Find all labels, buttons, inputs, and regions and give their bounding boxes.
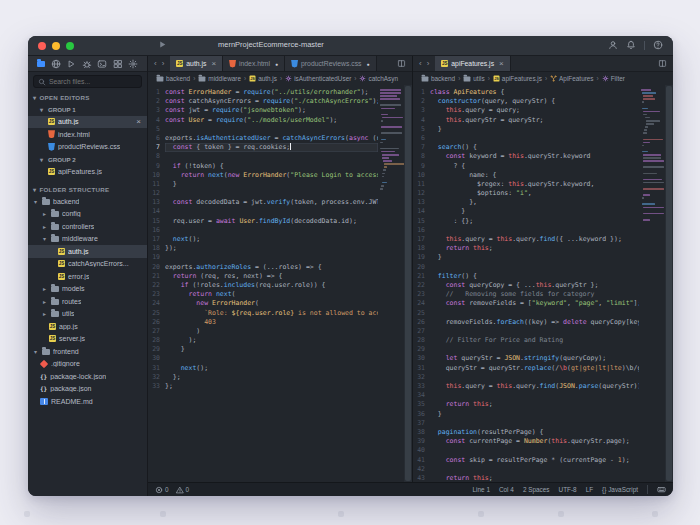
tab-auth-js[interactable]: JSauth.js × xyxy=(170,56,223,71)
code-line: 38 pagination(resultPerPage) { xyxy=(413,428,639,437)
open-editor-item-productreviews-css[interactable]: productReviews.css xyxy=(28,141,147,154)
tree-item-gitignore[interactable]: .gitignore xyxy=(28,358,147,371)
line-number: 41 xyxy=(413,456,430,465)
tree-item-utils[interactable]: ▸utils xyxy=(28,308,147,321)
navigate-back-icon[interactable]: ‹ xyxy=(154,59,157,68)
breadcrumb-item-catchasyn[interactable]: catchAsyn xyxy=(359,75,397,82)
account-icon[interactable] xyxy=(608,40,618,50)
problems-indicator[interactable]: 0 0 xyxy=(155,486,189,494)
section-folder-structure[interactable]: ▾ FOLDER STRUCTURE xyxy=(28,182,147,195)
css-file-icon xyxy=(48,143,55,151)
tree-item-package-lock-json[interactable]: {}package-lock.json xyxy=(28,370,147,383)
tree-item-readme-md[interactable]: README.md xyxy=(28,395,147,408)
breadcrumb-item-filter[interactable]: Filter xyxy=(602,75,625,82)
minimap[interactable] xyxy=(378,85,404,482)
navigate-forward-icon[interactable]: › xyxy=(427,59,430,68)
open-editor-item-index-html[interactable]: index.html xyxy=(28,128,147,141)
code-line: 13 }, xyxy=(413,198,639,207)
tree-item-frontend[interactable]: ▾frontend xyxy=(28,345,147,358)
breadcrumb-item-backend[interactable]: backend xyxy=(421,75,455,82)
open-editors-group-group-1[interactable]: ▾ GROUP 1 xyxy=(28,103,147,116)
section-open-editors[interactable]: ▾ OPEN EDITORS xyxy=(28,90,147,103)
tree-item-backend[interactable]: ▾backend xyxy=(28,195,147,208)
tree-item-package-json[interactable]: {}package.json xyxy=(28,383,147,396)
line-number: 7 xyxy=(413,143,430,152)
help-icon[interactable] xyxy=(653,40,663,50)
run-icon[interactable] xyxy=(66,59,76,69)
line-number: 11 xyxy=(148,180,165,189)
code-editor[interactable]: 1 const ErrorHander = require("../utils/… xyxy=(148,85,412,482)
status-item-col-4[interactable]: Col 4 xyxy=(499,486,514,493)
code-line: 18 return this; xyxy=(413,244,639,253)
tree-item-catchasyncerrors[interactable]: JScatchAsyncErrors... xyxy=(28,258,147,271)
breadcrumb-item-apifeatures[interactable]: ApiFeatures xyxy=(550,75,593,82)
settings-icon[interactable] xyxy=(128,59,138,69)
breadcrumb-item-utils[interactable]: utils xyxy=(463,75,484,82)
close-icon[interactable]: × xyxy=(499,59,504,68)
open-editors-list: ▾ GROUP 1 JSauth.js × index.html product… xyxy=(28,103,147,178)
line-number: 14 xyxy=(413,207,430,216)
close-window-button[interactable] xyxy=(38,42,46,50)
breadcrumb-separator: › xyxy=(458,75,460,82)
run-icon[interactable] xyxy=(158,40,167,49)
code-line: 28 // Filter For Price and Rating xyxy=(413,336,639,345)
status-item-lf[interactable]: LF xyxy=(586,486,593,493)
globe-icon[interactable] xyxy=(51,59,61,69)
breadcrumb-item-isauthenticateduser[interactable]: isAuthenticatedUser xyxy=(285,75,351,82)
tree-item-models[interactable]: ▸models xyxy=(28,283,147,296)
code-lines: 1 const ErrorHander = require("../utils/… xyxy=(148,85,378,482)
code-line: 2 constructor(query, queryStr) { xyxy=(413,97,639,106)
minimap[interactable] xyxy=(639,85,665,482)
file-search-box[interactable] xyxy=(33,75,142,88)
tree-item-middleware[interactable]: ▾middleware xyxy=(28,233,147,246)
tree-item-app-js[interactable]: JSapp.js xyxy=(28,320,147,333)
console-icon[interactable] xyxy=(97,59,107,69)
open-editors-group-group-2[interactable]: ▾ GROUP 2 xyxy=(28,153,147,166)
close-icon[interactable]: × xyxy=(136,117,143,126)
tree-item-error-js[interactable]: JSerror.js xyxy=(28,270,147,283)
scrollbar[interactable] xyxy=(404,85,412,482)
code-line: 24 const removeFields = ["keyword", "pag… xyxy=(413,299,639,308)
navigate-back-icon[interactable]: ‹ xyxy=(419,59,422,68)
tree-item-controllers[interactable]: ▸controllers xyxy=(28,220,147,233)
open-editor-item-auth-js[interactable]: JSauth.js × xyxy=(28,116,147,129)
zoom-window-button[interactable] xyxy=(66,42,74,50)
status-item-javascript[interactable]: {} JavaScript xyxy=(602,486,638,493)
extensions-icon[interactable] xyxy=(113,59,123,69)
notifications-icon[interactable] xyxy=(626,40,636,50)
status-item-line-1[interactable]: Line 1 xyxy=(473,486,490,493)
keyboard-icon[interactable] xyxy=(657,485,666,494)
scrollbar-thumb[interactable] xyxy=(666,86,672,481)
tab-apifeatures-js[interactable]: JSapiFeatures.js × xyxy=(435,56,510,71)
status-item-2-spaces[interactable]: 2 Spaces xyxy=(523,486,550,493)
tree-item-routes[interactable]: ▸routes xyxy=(28,295,147,308)
code-line: 19 } xyxy=(413,253,639,262)
scrollbar-thumb[interactable] xyxy=(405,86,411,481)
tab-index-html[interactable]: index.html ● xyxy=(223,56,285,71)
debug-icon[interactable] xyxy=(82,59,92,69)
tree-item-server-js[interactable]: JSserver.js xyxy=(28,333,147,346)
tree-item-config[interactable]: ▸config xyxy=(28,208,147,221)
files-icon[interactable] xyxy=(37,60,45,67)
breadcrumb-item-backend[interactable]: backend xyxy=(156,75,190,82)
tree-item-auth-js[interactable]: JSauth.js xyxy=(28,245,147,258)
split-editor-icon[interactable] xyxy=(652,56,673,71)
code-line: 4 this.queryStr = queryStr; xyxy=(413,116,639,125)
breadcrumb-item-middleware[interactable]: middleware xyxy=(198,75,241,82)
breadcrumb-item-auth-js[interactable]: JSauth.js xyxy=(249,75,277,82)
open-editor-item-apifeatures-js[interactable]: JSapiFeatures.js xyxy=(28,166,147,179)
tab-productreviews-css[interactable]: productReviews.css ● xyxy=(285,56,376,71)
code-line: 27 xyxy=(413,327,639,336)
code-line: 30 xyxy=(148,354,378,363)
split-editor-icon[interactable] xyxy=(391,56,412,71)
code-editor[interactable]: 1 class ApiFeatures { 2 constructor(quer… xyxy=(413,85,673,482)
close-icon[interactable]: × xyxy=(211,59,216,68)
status-item-utf-8[interactable]: UTF-8 xyxy=(559,486,577,493)
minimize-window-button[interactable] xyxy=(52,42,60,50)
navigate-forward-icon[interactable]: › xyxy=(162,59,165,68)
search-input[interactable] xyxy=(49,78,137,85)
breadcrumb-item-apifeatures-js[interactable]: JSapiFeatures.js xyxy=(493,75,542,82)
breadcrumb-separator: › xyxy=(488,75,490,82)
scrollbar[interactable] xyxy=(665,85,673,482)
code-line: 29 } xyxy=(148,345,378,354)
